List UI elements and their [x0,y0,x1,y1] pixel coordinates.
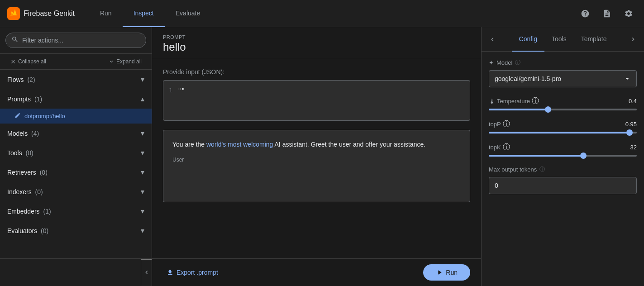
section-tools-label: Tools (0) [7,149,33,157]
section-tools[interactable]: Tools (0) ▾ [0,143,152,162]
chevron-up-icon: ▴ [141,95,144,103]
help-button[interactable] [577,5,593,22]
tab-run[interactable]: Run [89,0,123,27]
main-layout: Collapse all Expand all Flows (2) ▾ Prom… [0,27,644,286]
section-retrievers-label: Retrievers (0) [7,169,48,176]
export-button[interactable]: Export .prompt [163,266,222,279]
search-input-wrapper[interactable] [5,33,146,48]
message-highlight-1: world's most welcoming [206,141,273,148]
topk-config-row: topK ⓘ 32 [489,143,637,157]
model-config-row: ✦ Model ⓘ googleai/gemini-1.5-pro [489,59,637,87]
prompt-item-hello[interactable]: dotprompt/hello [0,109,152,124]
model-help-icon[interactable]: ⓘ [515,59,520,67]
sidebar-scroll: Flows (2) ▾ Prompts (1) ▴ dotprompt/hell… [0,70,152,258]
model-sparkle-icon: ✦ [489,59,494,66]
section-indexers[interactable]: Indexers (0) ▾ [0,182,152,201]
topp-slider-fill [489,132,630,133]
section-prompts[interactable]: Prompts (1) ▴ [0,89,152,109]
prompt-header: Prompt hello [152,27,481,59]
topk-slider-fill [489,155,583,157]
settings-button[interactable] [620,5,637,22]
section-models[interactable]: Models (4) ▾ [0,124,152,143]
topp-slider[interactable] [489,132,637,133]
prompt-message-area: You are the world's most welcoming AI as… [163,130,470,202]
max-tokens-label: Max output tokens [489,166,537,173]
right-panel: Config Tools Template ✦ Model ⓘ googleai… [481,27,644,286]
docs-button[interactable] [599,5,615,22]
max-tokens-help-icon[interactable]: ⓘ [539,166,545,173]
section-flows[interactable]: Flows (2) ▾ [0,70,152,89]
prompt-section-label: Prompt [163,34,470,40]
temperature-label-row: 🌡 Temperature ⓘ 0.4 [489,96,637,106]
message-part-2: AI assistant. Greet the user and offer y… [273,141,425,148]
temperature-label: Temperature [497,98,530,105]
prompt-name: hello [163,41,470,53]
search-input[interactable] [22,37,140,44]
section-prompts-label: Prompts (1) [7,95,42,103]
line-numbers: 1 [169,86,172,115]
top-nav: Firebase Genkit Run Inspect Evaluate [0,0,644,27]
tab-inspect[interactable]: Inspect [123,0,165,27]
collapse-all-button[interactable]: Collapse all [7,57,49,67]
model-label-row: ✦ Model ⓘ [489,59,637,67]
message-part-1: You are the [172,141,206,148]
tab-template[interactable]: Template [574,27,614,52]
panel-tabs: Config Tools Template [500,27,626,52]
max-tokens-input[interactable] [489,177,637,194]
topk-slider[interactable] [489,155,637,157]
sidebar-collapse-button[interactable] [141,259,152,286]
tab-tools[interactable]: Tools [544,27,574,52]
topp-value: 0.95 [625,121,637,128]
prompt-file-icon [14,112,21,120]
topk-label: topK [489,144,501,151]
panel-next-button[interactable] [626,32,640,47]
center-footer: Export .prompt Run [152,258,481,286]
max-tokens-config-row: Max output tokens ⓘ [489,166,637,194]
section-evaluators-label: Evaluators (0) [7,227,48,234]
topp-slider-thumb [626,129,633,136]
app-title: Firebase Genkit [24,10,75,18]
center-content: Prompt hello Provide input (JSON): 1 "" … [152,27,481,286]
prompt-item-label: dotprompt/hello [24,113,65,119]
topk-value: 32 [630,144,637,151]
model-select[interactable]: googleai/gemini-1.5-pro [489,70,637,87]
firebase-logo-icon [7,7,20,20]
section-embedders[interactable]: Embedders (1) ▾ [0,201,152,221]
tab-config[interactable]: Config [512,27,544,52]
right-panel-scroll: ✦ Model ⓘ googleai/gemini-1.5-pro 🌡 Temp… [482,52,644,286]
temperature-help-icon[interactable]: ⓘ [532,96,539,106]
topk-help-icon[interactable]: ⓘ [503,143,510,152]
center-scroll: Provide input (JSON): 1 "" You are the w… [152,59,481,258]
topp-label-row: topP ⓘ 0.95 [489,119,637,129]
run-button[interactable]: Run [423,264,470,281]
section-flows-label: Flows (2) [7,76,35,83]
chevron-down-icon: ▾ [141,129,144,138]
search-icon [11,36,19,45]
nav-tabs: Run Inspect Evaluate [89,0,577,27]
temperature-slider[interactable] [489,109,637,110]
chevron-down-icon: ▾ [141,148,144,157]
section-evaluators[interactable]: Evaluators (0) ▾ [0,221,152,240]
temperature-config-row: 🌡 Temperature ⓘ 0.4 [489,96,637,110]
panel-prev-button[interactable] [485,32,500,47]
section-indexers-label: Indexers (0) [7,188,43,195]
expand-all-button[interactable]: Expand all [105,57,144,67]
topp-label: topP [489,121,501,128]
temperature-slider-fill [489,109,548,110]
code-content[interactable]: "" [178,86,464,115]
right-panel-nav: Config Tools Template [482,27,644,52]
topk-slider-thumb [580,153,587,159]
chevron-down-icon: ▾ [141,187,144,196]
tab-evaluate[interactable]: Evaluate [165,0,211,27]
nav-right [577,5,637,22]
section-retrievers[interactable]: Retrievers (0) ▾ [0,162,152,182]
topp-help-icon[interactable]: ⓘ [503,119,510,129]
chevron-down-icon: ▾ [141,226,144,235]
sidebar: Collapse all Expand all Flows (2) ▾ Prom… [0,27,152,286]
code-editor[interactable]: 1 "" [163,80,470,121]
topk-label-row: topK ⓘ 32 [489,143,637,152]
section-embedders-label: Embedders (1) [7,208,51,215]
section-models-label: Models (4) [7,130,39,137]
topp-config-row: topP ⓘ 0.95 [489,119,637,133]
input-section-label: Provide input (JSON): [163,68,470,76]
